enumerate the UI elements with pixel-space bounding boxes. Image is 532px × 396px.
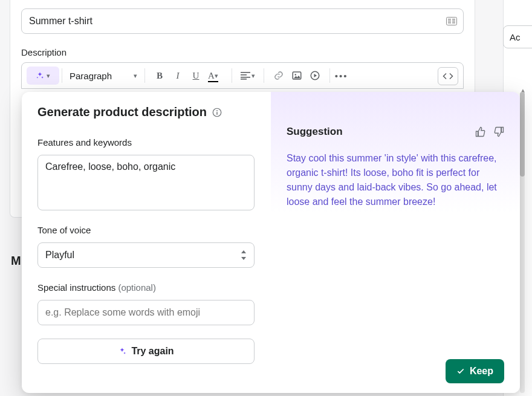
video-button[interactable] <box>307 67 323 85</box>
features-textarea[interactable]: Carefree, loose, boho, organic <box>37 155 255 210</box>
svg-rect-6 <box>452 22 455 24</box>
feedback-buttons <box>475 126 504 137</box>
link-button[interactable] <box>270 67 287 85</box>
try-again-button[interactable]: Try again <box>37 339 255 364</box>
paragraph-style-label: Paragraph <box>70 71 112 81</box>
special-label-text: Special instructions <box>37 282 115 293</box>
select-stepper-icon <box>241 250 247 260</box>
more-button[interactable]: ••• <box>332 67 351 85</box>
svg-point-12 <box>294 74 296 75</box>
suggestion-title: Suggestion <box>287 126 343 138</box>
chevron-down-icon: ▾ <box>47 72 50 80</box>
svg-rect-4 <box>452 19 455 20</box>
thumbs-up-button[interactable] <box>475 126 486 137</box>
special-optional-text: (optional) <box>118 282 156 293</box>
tone-value: Playful <box>45 250 74 261</box>
svg-rect-2 <box>448 21 451 22</box>
ai-suggestion-panel: Suggestion Stay cool this summer 'in sty… <box>271 92 520 393</box>
svg-rect-7 <box>241 72 250 73</box>
svg-rect-3 <box>448 22 451 24</box>
ai-sparkle-button[interactable]: ▾ <box>27 67 59 85</box>
chevron-down-icon: ▾ <box>215 72 218 80</box>
svg-point-15 <box>216 110 218 111</box>
title-value: Summer t-shirt <box>29 16 92 27</box>
font-color-button[interactable]: A ▾ <box>206 67 225 85</box>
toolbar-separator <box>232 68 232 83</box>
svg-rect-1 <box>448 19 451 20</box>
try-again-label: Try again <box>131 346 174 357</box>
title-input[interactable]: Summer t-shirt <box>21 8 464 34</box>
paragraph-style-select[interactable]: Paragraph ▾ <box>65 67 142 85</box>
features-value: Carefree, loose, boho, organic <box>45 161 175 172</box>
svg-rect-10 <box>241 79 247 80</box>
features-label: Features and keywords <box>37 137 255 148</box>
toolbar-separator <box>62 68 62 83</box>
chevron-down-icon: ▾ <box>134 72 137 80</box>
special-label: Special instructions (optional) <box>37 282 255 293</box>
underline-button[interactable]: U <box>187 67 204 85</box>
svg-rect-16 <box>216 112 218 115</box>
title-suffix-icon[interactable] <box>446 17 457 25</box>
suggestion-text: Stay cool this summer 'in style' with th… <box>287 151 504 209</box>
ai-generate-popup: Generate product description Features an… <box>22 92 520 393</box>
tone-label: Tone of voice <box>37 225 255 235</box>
svg-rect-9 <box>241 77 250 78</box>
chevron-down-icon: ▾ <box>251 72 255 80</box>
background-section-initial: M <box>11 254 21 268</box>
tone-select[interactable]: Playful <box>37 242 255 268</box>
ai-popup-title: Generate product description <box>37 105 207 119</box>
text-format-group: B I U A ▾ <box>148 67 229 85</box>
special-instructions-input[interactable] <box>37 300 255 325</box>
scrollbar-thumb[interactable] <box>520 92 525 177</box>
toolbar-separator <box>329 68 330 83</box>
right-sidebar-button[interactable]: Ac <box>503 25 532 48</box>
bold-button[interactable]: B <box>151 67 168 85</box>
align-button[interactable]: ▾ <box>238 67 258 85</box>
image-button[interactable] <box>288 67 305 85</box>
toolbar-separator <box>264 68 264 83</box>
italic-button[interactable]: I <box>169 67 186 85</box>
description-label: Description <box>21 47 464 57</box>
insert-group <box>267 67 327 85</box>
right-sidebar-label: Ac <box>510 32 521 42</box>
toolbar-separator <box>144 68 145 83</box>
code-view-toggle[interactable] <box>438 67 458 85</box>
alignment-group: ▾ <box>235 67 261 85</box>
thumbs-down-button[interactable] <box>493 126 504 137</box>
scrollbar-track[interactable] <box>520 92 525 393</box>
editor-toolbar: ▾ Paragraph ▾ B I U A ▾ ▾ <box>21 62 464 89</box>
svg-rect-8 <box>241 74 247 76</box>
svg-rect-5 <box>452 21 455 22</box>
info-icon[interactable] <box>212 111 222 118</box>
keep-label: Keep <box>470 366 493 377</box>
keep-button[interactable]: Keep <box>446 359 504 383</box>
ai-form-panel: Generate product description Features an… <box>22 92 271 393</box>
